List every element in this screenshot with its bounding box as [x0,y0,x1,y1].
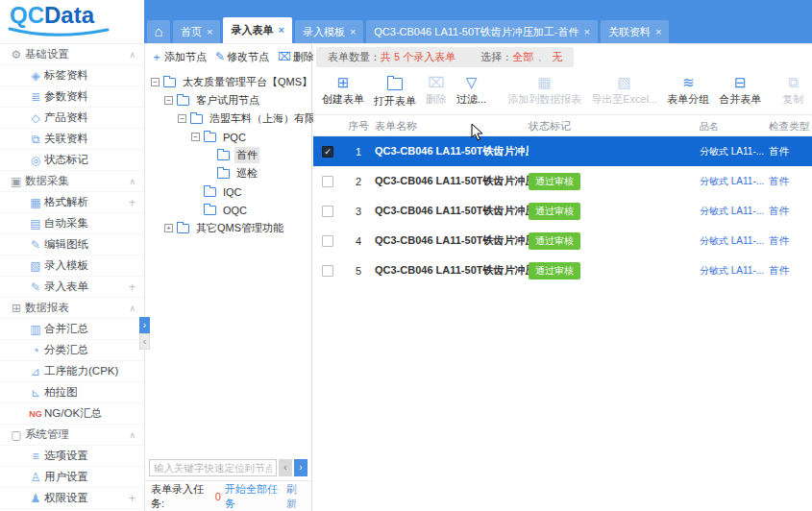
sidebar-item-entry-form[interactable]: ✎ 录入表单 + [0,277,144,298]
chevron-up-icon: ∧ [129,177,135,186]
expand-plus-icon[interactable]: + [129,280,135,294]
sidebar-item-option-settings[interactable]: ≡ 选项设置 [0,446,144,467]
create-form-button[interactable]: ⊞ 创建表单 [317,73,369,109]
task-label: 表单录入任务: [151,482,211,511]
open-form-button[interactable]: 打开表单 [369,73,421,110]
edit-node-button[interactable]: ✎ 修改节点 [215,50,269,64]
add-node-button[interactable]: ＋ 添加节点 [151,49,207,65]
table-row[interactable]: 2 QC3-CB046 LA11-50T铁齿片冲压加工-首... 通过审核 分敏… [313,166,812,196]
collapse-left-icon[interactable]: ‹ [139,333,150,350]
tab-entry-template[interactable]: 录入模板 × [295,20,363,43]
tree-node-customer-trial[interactable]: − 客户试用节点 [147,91,309,110]
search-next-button[interactable]: › [294,459,308,476]
close-icon[interactable]: × [278,17,283,43]
export-excel-icon: ▧ [618,75,631,90]
sidebar-item-parameter-data[interactable]: ≣ 参数资料 [0,86,144,108]
sidebar-group-data-report[interactable]: ⊞ 数据报表 ∧ [0,298,144,319]
sidebar-group-basic-settings[interactable]: ⚙ 基础设置 ∧ [0,44,144,65]
collapse-right-icon[interactable]: › [139,317,150,333]
select-none-link[interactable]: 无 [552,51,562,62]
row-checkbox[interactable] [322,235,333,247]
filter-button[interactable]: ▽ 过滤... [452,73,491,109]
tab-related-data[interactable]: 关联资料 × [601,20,669,43]
export-excel-button[interactable]: ▧ 导出至Excel... [586,73,662,109]
collapse-minus-icon[interactable]: − [164,96,173,105]
tree-node-other-qms[interactable]: + 其它QMS管理功能 [147,219,309,237]
sidebar-item-auto-collect[interactable]: ▤ 自动采集 [0,213,144,234]
node-tree: − 太友质量管理平台【QMS】 − 客户试用节点 − 浩盟车料（上海）有限公司 … [145,69,311,241]
collapse-minus-icon[interactable]: − [191,133,200,141]
close-icon[interactable]: × [350,20,356,43]
node-search-input[interactable] [149,459,277,476]
sidebar-item-pareto[interactable]: ⊾ 柏拉图 [0,382,144,403]
tab-qc3-form[interactable]: QC3-CB046 LA11-50T铁齿片冲压加工-首件 × [366,20,598,43]
tab-homepage[interactable]: 首页 × [173,20,220,43]
tree-node-root[interactable]: − 太友质量管理平台【QMS】 [147,73,309,91]
form-table: 序号 表单名称 状态标记 品名 检查类型 ✓ 1 QC3-CB046 LA11-… [313,117,812,285]
filter-icon: ▽ [466,75,478,90]
start-all-tasks-link[interactable]: 开始全部任务 [225,482,283,511]
cut-button[interactable]: ✂ 剪切 [808,73,812,109]
count-value: 共 5 个录入表单 [381,51,455,62]
expand-plus-icon[interactable]: + [129,196,135,209]
sidebar-item-format-parse[interactable]: ▦ 格式解析 + [0,192,144,213]
row-checkbox[interactable] [322,176,333,187]
table-row[interactable]: 4 QC3-CB046 LA11-50T铁齿片冲压加工-首... 通过审核 分敏… [313,226,812,256]
tree-node-oqc[interactable]: OQC [147,201,309,219]
add-to-report-icon: ▦ [538,75,552,90]
gear-icon: ⚙ [8,48,25,61]
header-product-name: 品名 [700,120,769,134]
chevron-up-icon: ∧ [129,430,135,440]
form-group-button[interactable]: ≋ 表单分组 [662,73,714,109]
table-row[interactable]: 5 QC3-CB046 LA11-50T铁齿片冲压加工-首... 通过审核 分敏… [313,256,812,285]
sidebar-item-label-data[interactable]: ◈ 标签资料 [0,65,144,86]
sidebar-item-edit-drawing[interactable]: ✎ 编辑图纸 [0,234,144,256]
sidebar-group-data-collection[interactable]: ▣ 数据采集 ∧ [0,171,144,192]
expand-plus-icon[interactable]: + [164,224,173,232]
table-row[interactable]: 3 QC3-CB046 LA11-50T铁齿片冲压加工-首... 通过审核 分敏… [313,196,812,226]
refresh-link[interactable]: 刷新 [286,482,306,511]
tree-node-patrol-check[interactable]: 巡检 [147,164,309,182]
close-icon[interactable]: × [207,20,212,43]
search-prev-button[interactable]: ‹ [279,459,292,476]
header-form-name: 表单名称 [375,119,529,134]
logo: QCData [0,0,144,43]
row-checkbox[interactable]: ✓ [322,146,333,158]
merge-form-button[interactable]: ⊟ 合并表单 [714,73,766,109]
delete-form-button[interactable]: ⌧ 删除 [421,73,452,109]
row-checkbox[interactable] [322,206,333,217]
sidebar-item-user-settings[interactable]: ♙ 用户设置 [0,467,144,488]
sidebar-item-cpk[interactable]: ⊿ 工序能力(CPK) [0,361,144,382]
pareto-chart-icon: ⊾ [27,386,44,400]
list-icon: ≡ [27,450,44,463]
tree-node-iqc[interactable]: IQC [147,182,309,201]
sidebar-item-status-mark[interactable]: ◎ 状态标记 [0,150,144,171]
copy-button[interactable]: ⧉ 复制 [777,73,808,109]
tab-entry-form[interactable]: 录入表单 × [223,17,291,43]
tree-node-first-piece[interactable]: 首件 [147,146,309,164]
sliders-icon: ≣ [27,90,44,104]
collapse-minus-icon[interactable]: − [178,114,186,123]
sidebar-item-class-summary[interactable]: ◔ 分类汇总 [0,340,144,361]
select-all-link[interactable]: 全部 [512,51,533,62]
expand-plus-icon[interactable]: + [129,492,135,505]
table-row[interactable]: ✓ 1 QC3-CB046 LA11-50T铁齿片冲压加工-首... 分敏式 L… [313,136,812,166]
link-icon: ⧉ [27,133,44,146]
add-to-report-button[interactable]: ▦ 添加到数据报表 [503,73,586,109]
tree-node-company[interactable]: − 浩盟车料（上海）有限公司 [147,110,309,128]
collapse-minus-icon[interactable]: − [151,78,160,86]
folder-icon [204,187,216,197]
plus-icon: ＋ [151,49,162,65]
sidebar-item-product-data[interactable]: ◇ 产品资料 [0,108,144,129]
close-icon[interactable]: × [655,20,661,43]
sidebar-item-permission-settings[interactable]: ♟ 权限设置 + [0,488,144,509]
home-icon[interactable]: ⌂ [147,20,170,43]
sidebar-item-ngok-summary[interactable]: NG NG/OK汇总 [0,403,144,425]
tree-node-pqc[interactable]: − PQC [147,128,309,146]
row-checkbox[interactable] [322,265,333,277]
sidebar-item-related-data[interactable]: ⧉ 关联资料 [0,129,144,150]
sidebar-item-merge-summary[interactable]: ▥ 合并汇总 [0,319,144,340]
sidebar-group-system[interactable]: ▢ 系统管理 ∧ [0,425,144,446]
close-icon[interactable]: × [583,20,589,43]
sidebar-item-entry-template[interactable]: ▧ 录入模板 [0,256,144,277]
